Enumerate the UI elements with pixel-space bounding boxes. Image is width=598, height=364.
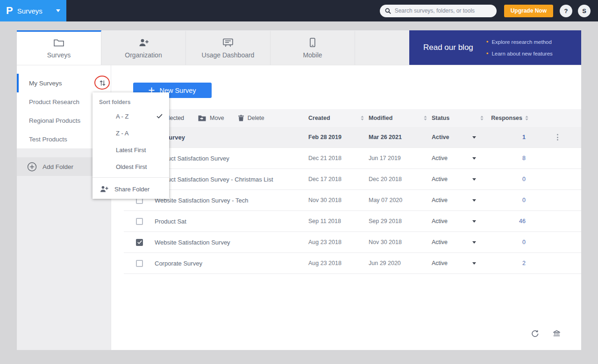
search-icon [385,8,391,14]
table-row: My Survey Feb 28 2019 Mar 26 2021 Active… [124,127,581,148]
tab-organization[interactable]: Organization [101,30,186,65]
blog-title: Read our blog [423,43,473,52]
status-dropdown[interactable]: Active [432,197,488,203]
caret-down-icon [472,178,476,181]
responses-count[interactable]: 8 [488,155,533,161]
menu-title: Sort folders [93,92,169,108]
delete-button[interactable]: Delete [238,115,264,121]
bank-icon[interactable] [553,330,560,337]
plus-circle-icon [27,162,37,172]
sort-arrows-icon [525,116,528,120]
responses-count[interactable]: 1 [488,134,533,140]
column-header-created[interactable]: Created [308,115,369,121]
row-checkbox[interactable] [136,218,143,225]
brand-title: Surveys [17,7,43,15]
move-button[interactable]: Move [198,115,224,121]
tab-label: Organization [125,51,162,59]
search-input[interactable] [395,7,488,14]
status-value: Active [432,239,448,245]
phone-icon [310,38,315,47]
survey-name-link[interactable]: Product Sat [155,218,308,225]
status-dropdown[interactable]: Active [432,218,488,224]
global-search[interactable] [380,5,497,17]
sidebar-item-my-surveys[interactable]: My Surveys [17,74,111,92]
status-dropdown[interactable]: Active [432,134,488,140]
status-value: Active [432,134,449,140]
column-header-responses[interactable]: Responses [488,115,533,121]
module-tabs: Surveys Organization Usage Dashboard [17,30,581,65]
survey-name-link[interactable]: Website Satisfaction Survey [155,239,308,246]
responses-count[interactable]: 46 [488,218,533,224]
menu-option-oldest-first[interactable]: Oldest First [93,158,169,175]
footer-tools [531,330,560,337]
option-label: Z - A [116,130,128,137]
survey-name-link[interactable]: Website Satisfaction Survey - Tech [155,197,308,204]
caret-down-icon [472,136,476,139]
status-dropdown[interactable]: Active [432,176,488,182]
app-switcher[interactable]: P Surveys [0,0,66,21]
table-row: Website Satisfaction Survey - Tech Nov 3… [124,190,581,211]
modified-date: Jun 17 2019 [369,155,432,161]
blog-bullet: Explore research method [486,36,553,48]
status-dropdown[interactable]: Active [432,155,488,161]
survey-name-link[interactable]: Corporate Survey [155,260,308,267]
responses-count[interactable]: 0 [488,239,533,245]
created-date: Nov 30 2018 [308,197,369,203]
menu-option-latest-first[interactable]: Latest First [93,141,169,158]
column-header-modified[interactable]: Modified [369,115,432,121]
surveys-table: 1 Selected Move [124,109,581,274]
trash-icon [238,115,244,121]
tab-mobile[interactable]: Mobile [271,30,355,65]
caret-down-icon [472,220,476,223]
checkmark-icon [157,114,163,119]
blog-banner[interactable]: Read our blog Explore research method Le… [409,30,581,65]
checkbox-cell [124,260,155,267]
responses-count[interactable]: 2 [488,260,533,266]
tab-label: Surveys [47,51,71,59]
column-label: Created [308,115,330,121]
move-label: Move [210,115,224,121]
column-label: Responses [491,115,522,121]
menu-option-a-z[interactable]: A - Z [93,108,169,125]
folder-label: Test Products [29,136,67,143]
status-dropdown[interactable]: Active [432,260,488,266]
sort-arrows-icon [480,116,484,120]
restore-icon[interactable] [531,330,539,337]
responses-count[interactable]: 0 [488,197,533,203]
menu-option-z-a[interactable]: Z - A [93,125,169,141]
column-header-status[interactable]: Status [432,115,488,121]
folder-label: Product Research [29,98,79,105]
help-button[interactable]: ? [560,5,572,17]
person-add-icon [138,38,149,47]
upgrade-button[interactable]: Upgrade Now [504,5,553,17]
modified-date: Jun 29 2020 [369,260,432,266]
table-row: Product Satisfaction Survey - Christmas … [124,169,581,190]
responses-count[interactable]: 0 [488,176,533,182]
tab-surveys[interactable]: Surveys [17,30,101,65]
status-value: Active [432,176,448,182]
survey-name-link[interactable]: Product Satisfaction Survey [155,155,308,162]
caret-down-icon [472,262,476,265]
option-label: A - Z [116,113,128,120]
survey-name-link[interactable]: My Survey [155,134,308,141]
status-dropdown[interactable]: Active [432,239,488,245]
modified-date: Nov 30 2018 [369,239,432,245]
status-value: Active [432,197,448,203]
status-value: Active [432,218,448,224]
avatar[interactable]: S [578,5,591,17]
status-value: Active [432,155,448,161]
tab-usage-dashboard[interactable]: Usage Dashboard [186,30,271,65]
folder-icon [54,38,64,47]
delete-label: Delete [248,115,264,121]
row-checkbox-checked[interactable] [136,239,143,246]
created-date: Sep 11 2018 [308,218,369,224]
chevron-down-icon [56,9,60,12]
modified-date: May 07 2020 [369,197,432,203]
row-checkbox[interactable] [136,260,143,267]
share-folder-item[interactable]: Share Folder [93,180,169,198]
sort-folders-button[interactable] [97,77,108,89]
table-row: Corporate Survey Aug 23 2018 Jun 29 2020… [124,253,581,274]
row-menu-kebab-icon[interactable] [554,134,561,140]
survey-name-link[interactable]: Product Satisfaction Survey - Christmas … [155,176,308,183]
column-label: Status [432,115,449,121]
